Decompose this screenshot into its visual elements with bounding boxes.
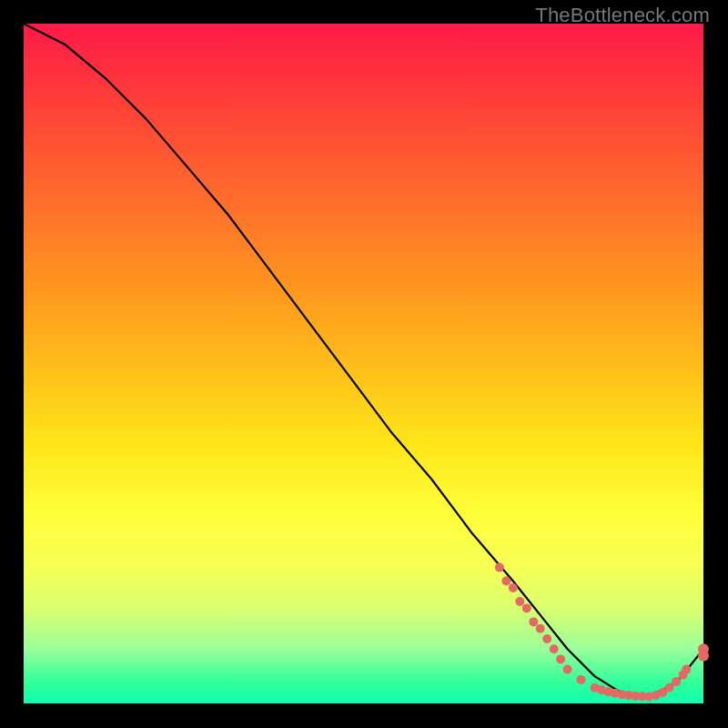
marker-dot <box>556 654 565 663</box>
marker-dot <box>672 677 681 686</box>
marker-dot <box>495 563 504 572</box>
marker-dot <box>563 665 572 674</box>
marker-dot <box>542 634 551 643</box>
marker-dot <box>682 665 691 674</box>
marker-dot <box>515 597 524 606</box>
marker-dot <box>577 675 586 684</box>
marker-dot <box>550 644 559 653</box>
marker-dot <box>509 583 518 592</box>
marker-dot <box>522 603 531 612</box>
chart-svg <box>24 24 703 703</box>
marker-dot <box>698 651 709 662</box>
marker-dot <box>501 577 511 586</box>
bottleneck-curve <box>24 24 703 697</box>
watermark-text: TheBottleneck.com <box>535 4 710 27</box>
chart-frame: TheBottleneck.com <box>0 0 728 728</box>
marker-dot <box>665 683 674 693</box>
marker-dot <box>536 624 545 633</box>
plot-area <box>24 24 703 703</box>
marker-dot <box>529 617 538 626</box>
